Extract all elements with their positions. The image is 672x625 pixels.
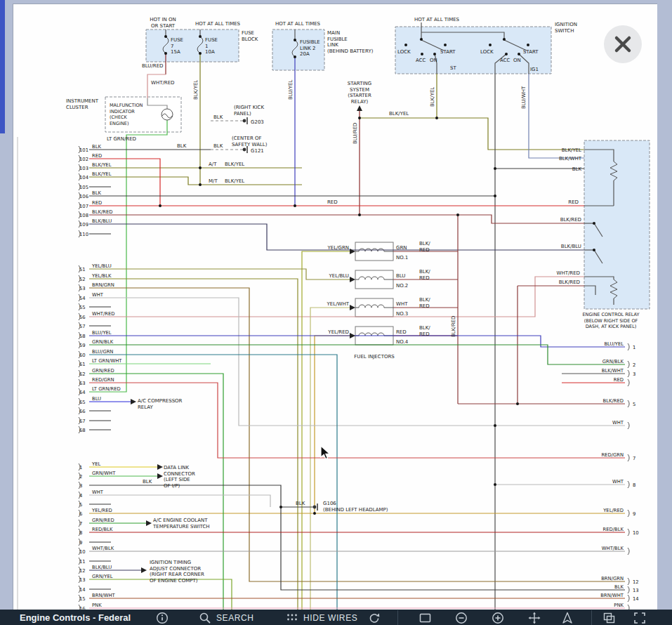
navigate-icon[interactable] [561,612,574,625]
close-button[interactable] [604,25,642,63]
toolbar-divider [591,610,592,625]
scroll-indicator [0,0,5,133]
zoom-in-icon[interactable] [492,612,504,625]
zoom-out-icon[interactable] [455,612,468,625]
search-label: SEARCH [216,613,254,623]
hide-wires-label: HIDE WIRES [303,613,357,623]
overview-icon[interactable] [602,612,616,625]
pan-icon[interactable] [528,612,541,625]
fit-screen-icon[interactable] [419,612,432,625]
toolbar-divider [397,610,398,625]
bottom-toolbar: Engine Controls - Federal SEARCH HIDE WI… [0,610,672,625]
mouse-cursor [320,445,333,465]
info-icon[interactable] [156,612,169,625]
search-icon [199,612,211,624]
fullscreen-icon[interactable] [633,612,646,625]
hide-wires-button[interactable]: HIDE WIRES [286,612,357,624]
wires-icon [286,612,298,624]
diagram-canvas[interactable] [13,4,657,610]
close-icon [612,34,633,55]
refresh-icon[interactable] [368,612,381,625]
search-button[interactable]: SEARCH [199,612,254,624]
diagram-title: Engine Controls - Federal [20,612,131,623]
